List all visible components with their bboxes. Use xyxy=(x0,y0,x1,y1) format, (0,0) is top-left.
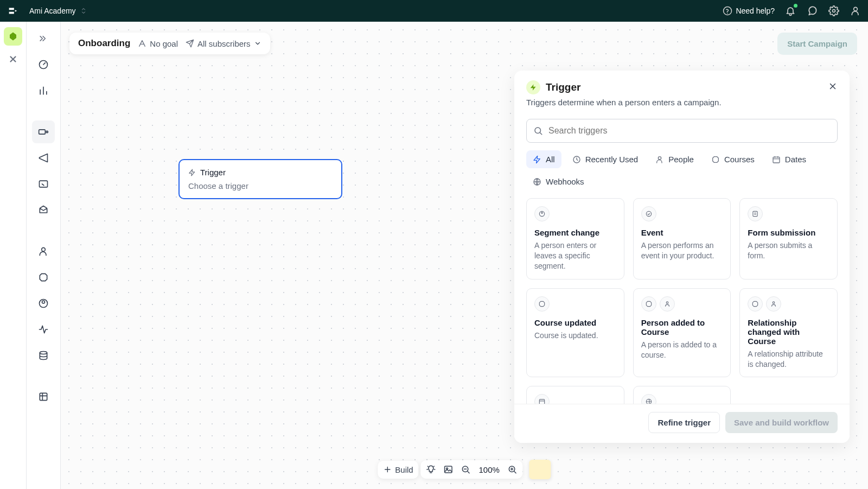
card-desc: Course is updated. xyxy=(534,331,616,341)
svg-point-18 xyxy=(541,212,542,213)
image-icon[interactable] xyxy=(444,465,454,474)
svg-rect-6 xyxy=(40,181,48,187)
webhook-icon xyxy=(641,394,656,404)
bolt-icon xyxy=(188,169,196,176)
filter-webhooks-label: Webhooks xyxy=(546,177,584,186)
trigger-card-date[interactable]: Important date xyxy=(526,386,624,404)
start-campaign-button[interactable]: Start Campaign xyxy=(777,33,857,55)
svg-point-14 xyxy=(659,156,661,159)
close-button[interactable] xyxy=(826,79,840,93)
card-title: Segment change xyxy=(534,228,616,237)
workspace-name: Ami Academy xyxy=(29,7,76,15)
settings-icon[interactable] xyxy=(828,5,840,17)
form-icon xyxy=(748,206,763,221)
nav-segments[interactable] xyxy=(32,292,55,315)
lightbulb-icon[interactable] xyxy=(426,465,436,474)
card-title: Relationship changed with Course xyxy=(748,318,829,346)
nav-transactional[interactable] xyxy=(32,173,55,195)
campaign-header: Onboarding No goal All subscribers xyxy=(69,33,270,54)
date-icon xyxy=(534,394,550,404)
course-icon xyxy=(534,296,550,312)
trigger-card-course-updated[interactable]: Course updated Course is updated. xyxy=(526,288,624,378)
nav-broadcasts[interactable] xyxy=(32,147,55,169)
svg-point-19 xyxy=(646,211,651,216)
card-desc: A person enters or leaves a specific seg… xyxy=(534,240,616,271)
nav-campaigns[interactable] xyxy=(32,120,55,143)
panel-subtitle: Triggers determine when a person enters … xyxy=(526,98,838,107)
svg-point-1 xyxy=(833,10,835,12)
app-logo[interactable] xyxy=(7,4,20,17)
workflow-canvas[interactable]: Onboarding No goal All subscribers Start… xyxy=(61,22,868,489)
rail-app-1[interactable] xyxy=(4,27,22,46)
trigger-card-person-added[interactable]: Person added to Course A person is added… xyxy=(633,288,731,378)
build-button[interactable]: Build xyxy=(383,465,413,474)
nav-analytics[interactable] xyxy=(32,79,55,102)
search-triggers[interactable] xyxy=(526,119,838,143)
card-title: Course updated xyxy=(534,318,616,327)
svg-point-5 xyxy=(46,131,48,132)
svg-point-10 xyxy=(40,352,47,354)
campaign-goal-label: No goal xyxy=(150,39,178,48)
svg-point-21 xyxy=(666,302,668,304)
course-icon xyxy=(641,296,656,312)
filter-people[interactable]: People xyxy=(649,150,700,168)
notifications-icon[interactable] xyxy=(784,5,796,17)
campaign-goal[interactable]: No goal xyxy=(138,39,178,48)
filter-recent-label: Recently Used xyxy=(585,155,639,164)
filter-courses[interactable]: Courses xyxy=(705,150,761,168)
nav-content[interactable] xyxy=(32,385,55,408)
search-icon xyxy=(533,126,543,136)
filter-dates[interactable]: Dates xyxy=(765,150,813,168)
svg-point-9 xyxy=(42,301,45,303)
profile-icon[interactable] xyxy=(850,5,861,17)
refine-trigger-button[interactable]: Refine trigger xyxy=(648,412,720,433)
card-desc: A person submits a form. xyxy=(748,240,829,261)
card-title: Event xyxy=(641,228,723,237)
course-icon xyxy=(748,296,763,312)
trigger-node[interactable]: Trigger Choose a trigger xyxy=(178,159,342,199)
svg-rect-11 xyxy=(40,393,47,400)
workspace-selector[interactable]: Ami Academy xyxy=(29,7,87,15)
messages-icon[interactable] xyxy=(806,5,818,17)
filter-webhooks[interactable]: Webhooks xyxy=(526,173,591,190)
trigger-card-relationship[interactable]: Relationship changed with Course A relat… xyxy=(739,288,838,378)
nav-objects[interactable] xyxy=(32,266,55,289)
zoom-level: 100% xyxy=(478,465,500,474)
nav-people[interactable] xyxy=(32,240,55,263)
zoom-in-button[interactable] xyxy=(508,465,518,474)
app-rail xyxy=(0,22,27,489)
build-label: Build xyxy=(395,465,413,474)
card-title: Form submission xyxy=(748,228,829,237)
trigger-card-event[interactable]: Event A person performs an event in your… xyxy=(633,198,731,280)
bolt-icon xyxy=(526,80,540,94)
filter-all[interactable]: All xyxy=(526,150,561,168)
nav-sidebar xyxy=(27,22,61,489)
filter-dates-label: Dates xyxy=(785,155,806,164)
person-icon xyxy=(766,296,781,312)
nav-data[interactable] xyxy=(32,344,55,367)
card-desc: A person is added to a course. xyxy=(641,340,723,360)
search-input[interactable] xyxy=(548,126,831,136)
trigger-card-webhook[interactable]: Webhook xyxy=(633,386,731,404)
sticky-note-button[interactable] xyxy=(529,460,551,479)
trigger-panel: Trigger Triggers determine when a person… xyxy=(514,71,850,443)
zoom-out-button[interactable] xyxy=(461,465,471,474)
trigger-card-segment[interactable]: Segment change A person enters or leaves… xyxy=(526,198,624,280)
nav-activity[interactable] xyxy=(32,318,55,341)
person-icon xyxy=(660,296,675,312)
nav-dashboard[interactable] xyxy=(32,53,55,76)
save-workflow-button[interactable]: Save and build workflow xyxy=(725,412,838,433)
trigger-card-form[interactable]: Form submission A person submits a form. xyxy=(739,198,838,280)
collapse-sidebar-icon[interactable] xyxy=(32,27,55,50)
need-help-link[interactable]: Need help? xyxy=(723,6,775,16)
panel-title: Trigger xyxy=(546,81,580,93)
campaign-audience[interactable]: All subscribers xyxy=(186,39,261,48)
segment-icon xyxy=(534,206,550,221)
nav-deliveries[interactable] xyxy=(32,199,55,221)
card-title: Person added to Course xyxy=(641,318,723,336)
filter-recent[interactable]: Recently Used xyxy=(566,150,645,168)
rail-app-2[interactable] xyxy=(4,50,22,68)
card-desc: A relationship attribute is changed. xyxy=(748,349,829,370)
topbar: Ami Academy Need help? xyxy=(0,0,868,22)
svg-rect-4 xyxy=(39,130,46,134)
